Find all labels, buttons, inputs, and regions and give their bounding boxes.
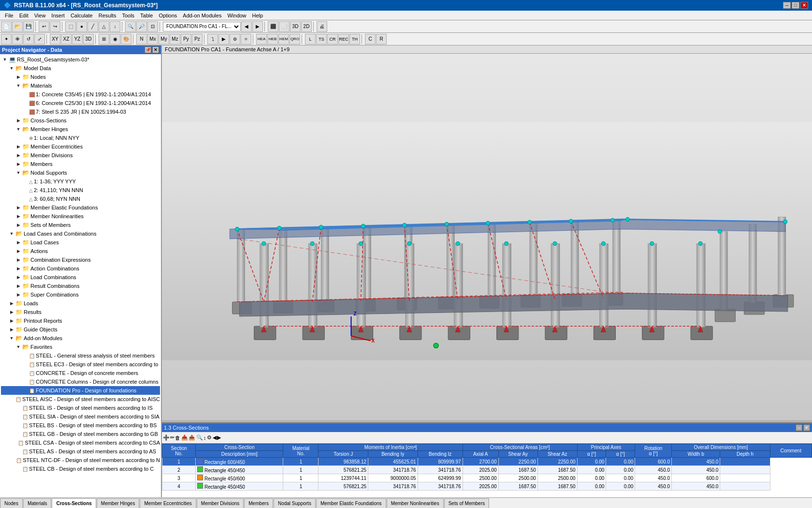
tree-item-result-combinations[interactable]: ▶📁Result Combinations [1, 282, 160, 290]
bt-export[interactable]: 📤 [188, 434, 195, 441]
tree-item-guide-objects[interactable]: ▶📁Guide Objects [1, 325, 160, 334]
menu-edit[interactable]: Edit [16, 11, 31, 20]
tree-item-materials[interactable]: ▼📂Materials [1, 81, 160, 90]
tree-item-steel-ec3[interactable]: 📋STEEL EC3 - Design of steel members acc… [1, 360, 160, 369]
menu-view[interactable]: View [31, 11, 49, 20]
tb2-n[interactable]: N [136, 34, 147, 45]
tree-item-sets-of-members[interactable]: ▶📁Sets of Members [1, 221, 160, 229]
tab-nodes[interactable]: Nodes [0, 498, 23, 508]
tab-materials[interactable]: Materials [23, 498, 52, 508]
tb2-r[interactable]: R [376, 34, 387, 45]
tree-item-add-on-modules[interactable]: ▼📂Add-on Modules [1, 334, 160, 343]
tb2-deform[interactable]: ⤵ [207, 34, 218, 45]
tab-member-elastic-foundations[interactable]: Member Elastic Foundations [316, 498, 386, 508]
menu-options[interactable]: Options [156, 11, 180, 20]
bottom-panel-minimize[interactable]: ─ [796, 424, 802, 431]
tab-member-divisions[interactable]: Member Divisions [197, 498, 244, 508]
menu-addon[interactable]: Add-on Modules [180, 11, 224, 20]
tree-item-nodes[interactable]: ▶📁Nodes [1, 73, 160, 81]
tree-item-steel-gb[interactable]: 📋STEEL GB - Design of steel members acco… [1, 430, 160, 438]
tree-item-steel-sia[interactable]: 📋STEEL SIA - Design of steel members acc… [1, 412, 160, 421]
tb-zoom-out[interactable]: 🔎 [136, 21, 147, 32]
tree-item-concrete[interactable]: 📋CONCRETE - Design of concrete members [1, 369, 160, 377]
menu-insert[interactable]: Insert [48, 11, 68, 20]
close-button[interactable]: ✕ [800, 2, 808, 9]
tree-item-steel-general[interactable]: 📋STEEL - General stress analysis of stee… [1, 351, 160, 360]
tb-zoom-in[interactable]: 🔍 [125, 21, 136, 32]
cross-sections-table[interactable]: SectionNo. Cross-Section MaterialNo. Mom… [162, 444, 812, 497]
minimize-button[interactable]: ─ [783, 2, 791, 9]
tree-item-steel-bs[interactable]: 📋STEEL BS - Design of steel members acco… [1, 421, 160, 430]
tb2-select-all[interactable]: ✦ [1, 34, 12, 45]
bt-filter[interactable]: 🔍 [196, 434, 203, 441]
tb2-scale[interactable]: ⤢ [34, 34, 45, 45]
tree-item-actions[interactable]: ▶📁Actions [1, 247, 160, 255]
tb2-hea[interactable]: HEA [256, 34, 267, 45]
bt-add[interactable]: ➕ [163, 434, 170, 441]
table-row[interactable]: 1 Rectangle 600/4501983858.12455625.0180… [162, 458, 812, 466]
tb2-ts[interactable]: TS [316, 34, 327, 45]
tree-item-member-nonlinearities[interactable]: ▶📁Member Nonlinearities [1, 212, 160, 221]
tree-item-steel-csa[interactable]: 📋STEEL CSA - Design of steel members acc… [1, 438, 160, 447]
tb2-heb[interactable]: HEB [267, 34, 278, 45]
menu-help[interactable]: Help [249, 11, 266, 20]
tb2-pz[interactable]: Pz [192, 34, 203, 45]
tree-item-concrete-columns[interactable]: 📋CONCRETE Columns - Design of concrete c… [1, 377, 160, 386]
tb2-cr[interactable]: CR [327, 34, 338, 45]
tree-item-load-combinations[interactable]: ▶📁Load Combinations [1, 273, 160, 282]
tab-nodal-supports[interactable]: Nodal Supports [274, 498, 316, 508]
tb2-move[interactable]: ✙ [12, 34, 23, 45]
tree-item-member-elastic-foundations[interactable]: ▶📁Member Elastic Foundations [1, 203, 160, 212]
tree-item-steel-as[interactable]: 📋STEEL AS - Design of steel members acco… [1, 447, 160, 456]
tb2-xy[interactable]: XY [50, 34, 60, 45]
tb2-animate[interactable]: ▶ [218, 34, 229, 45]
tab-sets-of-members[interactable]: Sets of Members [444, 498, 490, 508]
tree-item-load-cases-sub[interactable]: ▶📁Load Cases [1, 238, 160, 247]
tb-wire[interactable]: ⬜ [279, 21, 290, 32]
bt-delete[interactable]: 🗑 [175, 435, 180, 441]
tree-item-steel-is[interactable]: 📋STEEL IS - Design of steel members acco… [1, 403, 160, 412]
tb-fit[interactable]: ⊡ [147, 21, 158, 32]
tb2-rotate[interactable]: ↺ [23, 34, 34, 45]
tb2-section[interactable]: ⊚ [230, 34, 240, 45]
tb2-yz[interactable]: YZ [72, 34, 83, 45]
tb2-iso[interactable]: ⌗ [241, 34, 251, 45]
tb2-3d-view[interactable]: 3D [83, 34, 94, 45]
panel-pin[interactable]: 📌 [145, 46, 151, 53]
tree-item-member-eccentricities[interactable]: ▶📁Member Eccentricities [1, 142, 160, 151]
bt-edit[interactable]: ✏ [170, 434, 174, 441]
tb2-display[interactable]: ◉ [110, 34, 120, 45]
tb2-py[interactable]: Py [181, 34, 191, 45]
tab-member-nonlinearities[interactable]: Member Nonlinearities [387, 498, 444, 508]
tb2-rec[interactable]: REC [338, 34, 349, 45]
tree-item-root[interactable]: ▼💻RS_Roost_Gesamtsystem-03* [1, 55, 160, 64]
tb-print[interactable]: 🖨 [317, 21, 327, 32]
tb-new[interactable]: 📄 [1, 21, 12, 32]
tree-item-member-hinges[interactable]: ▼📂Member Hinges [1, 125, 160, 134]
tb-prev[interactable]: ◀ [241, 21, 252, 32]
tree-item-mat6[interactable]: 🟫6: Concrete C25/30 | EN 1992-1-1:2004/A… [1, 99, 160, 107]
menu-results[interactable]: Results [96, 11, 119, 20]
table-row[interactable]: 4 Rectangle 450/4501576821.25341718.7634… [162, 482, 812, 491]
table-row[interactable]: 2 Rectangle 450/4501576821.25341718.7634… [162, 466, 812, 474]
panel-close[interactable]: ✕ [152, 46, 159, 53]
tree-item-favorites[interactable]: ▼📂Favorites [1, 343, 160, 351]
tree-item-steel-cb[interactable]: 📋STEEL CB - Design of steel members acco… [1, 464, 160, 473]
menu-calculate[interactable]: Calculate [68, 11, 96, 20]
tree-item-printout-reports[interactable]: ▶📁Printout Reports [1, 316, 160, 325]
tb2-xz[interactable]: XZ [61, 34, 72, 45]
tree-item-steel-ntc-df[interactable]: 📋STEEL NTC-DF - Design of steel members … [1, 456, 160, 464]
tb2-qro[interactable]: QRO [290, 34, 300, 45]
tb-next[interactable]: ▶ [252, 21, 263, 32]
menu-table[interactable]: Table [137, 11, 156, 20]
tree-item-ns3[interactable]: △3: 60,68; NYN NNN [1, 194, 160, 203]
tb2-l[interactable]: L [305, 34, 316, 45]
tree-item-combination-expressions[interactable]: ▶📁Combination Expressions [1, 255, 160, 264]
tb2-hem[interactable]: HEM [278, 34, 289, 45]
tb2-mz[interactable]: Mz [170, 34, 180, 45]
tree-item-steel-aisc[interactable]: 📋STEEL AISC - Design of steel members ac… [1, 395, 160, 403]
bottom-panel-close[interactable]: ✕ [803, 424, 810, 431]
bt-prev-row[interactable]: ◀ [213, 434, 217, 441]
tab-member-eccentricities[interactable]: Member Eccentricities [140, 498, 196, 508]
tb2-filter[interactable]: ⊞ [99, 34, 109, 45]
